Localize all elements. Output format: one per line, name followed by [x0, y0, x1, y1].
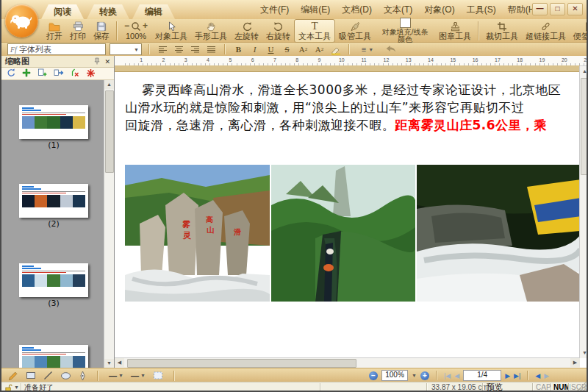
strikethrough-button[interactable]: S: [281, 44, 293, 55]
hand-tool-button[interactable]: 手形工具: [191, 20, 231, 41]
thumbnail-page-4[interactable]: (4): [19, 345, 88, 368]
crop-tool-button[interactable]: 裁切工具: [482, 20, 522, 41]
rotate-page-button[interactable]: [7, 67, 15, 80]
undo-button[interactable]: [382, 44, 400, 55]
copy-page-button[interactable]: [37, 67, 47, 80]
text-tool-button[interactable]: T 文本工具: [294, 19, 335, 43]
tab-convert[interactable]: 转换: [87, 4, 129, 19]
panel-close-icon[interactable]: ✕: [104, 58, 110, 65]
thumbnail-scrollbar[interactable]: ▲ ▼: [104, 80, 114, 368]
scroll-up-icon[interactable]: ▲: [104, 80, 114, 89]
zoom-out-glyph[interactable]: −: [124, 22, 129, 30]
underline-button[interactable]: U: [265, 44, 277, 55]
superscript-button[interactable]: A2: [297, 44, 309, 55]
border-style-dropdown[interactable]: —▼: [131, 371, 146, 380]
vertical-scrollbar[interactable]: ▲ ▼: [579, 66, 588, 358]
first-page-button[interactable]: |◀: [444, 372, 451, 379]
subscript-button[interactable]: A2: [313, 44, 326, 55]
font-size-dropdown[interactable]: ▼: [110, 43, 142, 55]
history-forward-button[interactable]: ▶: [544, 372, 549, 379]
next-page-button[interactable]: ▶: [505, 372, 510, 379]
zoom-in-button[interactable]: +: [420, 371, 429, 380]
tab-read[interactable]: 阅读: [41, 4, 84, 19]
menu-document[interactable]: 文档(D): [342, 4, 372, 16]
previous-page-button[interactable]: ◀: [454, 372, 459, 379]
menu-tools[interactable]: 工具(S): [467, 4, 496, 16]
align-center-button[interactable]: [173, 44, 185, 55]
align-right-button[interactable]: [189, 44, 201, 55]
object-tool-button[interactable]: 对象工具: [151, 20, 191, 41]
zoom-control[interactable]: − + 100%: [121, 20, 151, 41]
scroll-down-icon[interactable]: ▼: [580, 349, 588, 357]
thumbnail-page-2[interactable]: (2): [19, 184, 88, 229]
font-list-dropdown[interactable]: Ff 字体列表: [7, 43, 106, 55]
save-button[interactable]: 保存: [90, 20, 113, 41]
menu-object[interactable]: 对象(O): [424, 4, 454, 16]
print-button[interactable]: 打印: [66, 20, 90, 41]
line-tool-button[interactable]: [43, 371, 53, 380]
rotate-right-button[interactable]: 右旋转: [262, 20, 294, 41]
app-logo-elephant-icon[interactable]: [5, 4, 38, 38]
line-style-dropdown[interactable]: ≡ ▼: [356, 44, 379, 55]
resize-grip[interactable]: [576, 382, 587, 392]
scroll-up-icon[interactable]: ▲: [580, 67, 588, 76]
align-justify-button[interactable]: [205, 44, 218, 55]
scroll-left-icon[interactable]: ◀: [115, 358, 124, 367]
zoom-in-glyph[interactable]: +: [143, 22, 148, 30]
link-icon: [540, 21, 551, 32]
stamp-icon: [450, 21, 461, 32]
scrollbar-thumb[interactable]: [581, 78, 588, 175]
page-text[interactable]: 雾灵西峰高山滑水，滑道全长3000多米，是经过专家论证设计，北京地区 山滑水玩的…: [125, 81, 580, 134]
chevron-down-icon[interactable]: ▼: [412, 373, 417, 378]
photo-rock-waterfall[interactable]: 雾 灵 高 山 滑: [125, 165, 270, 302]
move-page-button[interactable]: [71, 67, 80, 80]
page-indicator-box[interactable]: 1/4: [463, 370, 501, 381]
align-center-icon: [174, 46, 184, 54]
hyperlink-tool-button[interactable]: 超链接工具: [522, 20, 570, 41]
chevron-down-icon[interactable]: ▼: [14, 382, 19, 392]
last-page-button[interactable]: ▶|: [514, 372, 520, 379]
scroll-right-icon[interactable]: ▶: [570, 358, 580, 367]
zoom-out-button[interactable]: −: [369, 371, 378, 380]
menu-text[interactable]: 文本(T): [384, 4, 412, 16]
maximize-button[interactable]: □: [550, 3, 565, 15]
history-back-button[interactable]: ◀: [535, 372, 540, 379]
fill-line-color-button[interactable]: 对象填充/线条颜色: [375, 20, 435, 41]
delete-page-button[interactable]: [87, 67, 95, 80]
save-icon: [96, 21, 107, 32]
pin-icon[interactable]: [94, 57, 100, 66]
horizontal-scrollbar[interactable]: ◀ ▶: [115, 357, 580, 368]
rotate-left-button[interactable]: 左旋转: [231, 20, 262, 41]
align-left-button[interactable]: [157, 44, 169, 55]
ellipse-tool-button[interactable]: [60, 371, 71, 380]
security-lock-icon[interactable]: [4, 384, 12, 392]
stamp-tool-button[interactable]: 图章工具: [435, 20, 475, 41]
menu-edit[interactable]: 编辑(E): [301, 4, 330, 16]
selection-marquee-button[interactable]: [153, 371, 163, 380]
sticky-note-tool-button[interactable]: 便签工具: [570, 20, 588, 41]
minimize-button[interactable]: —: [532, 3, 548, 15]
line-icon: [43, 371, 53, 380]
menu-file[interactable]: 文件(F): [260, 4, 289, 16]
highlight-button[interactable]: [329, 44, 342, 55]
eyedropper-tool-button[interactable]: 吸管工具: [335, 20, 375, 41]
insert-page-button[interactable]: [22, 67, 31, 80]
tab-edit[interactable]: 编辑: [132, 4, 175, 19]
rectangle-tool-button[interactable]: [26, 371, 36, 380]
photo-mountain-valley[interactable]: [271, 165, 415, 302]
scrollbar-thumb[interactable]: [127, 359, 356, 368]
zoom-value-box[interactable]: 100%: [381, 370, 408, 381]
close-button[interactable]: ✕: [567, 3, 583, 15]
thumbnail-page-3[interactable]: (3): [19, 263, 88, 308]
scroll-down-icon[interactable]: ▼: [104, 359, 114, 368]
italic-button[interactable]: I: [248, 44, 261, 55]
open-button[interactable]: 打开: [43, 20, 66, 41]
pencil-tool-button[interactable]: [8, 371, 18, 381]
extract-page-button[interactable]: [54, 67, 64, 80]
photo-rapids-raft[interactable]: [417, 165, 580, 302]
menu-bar: 文件(F) 编辑(E) 文档(D) 文本(T) 对象(O) 工具(S) 帮助(H…: [260, 4, 537, 16]
pen-tool-button[interactable]: [79, 371, 87, 381]
line-width-dropdown[interactable]: —▼: [109, 371, 123, 380]
bold-button[interactable]: B: [232, 44, 245, 55]
thumbnail-page-1[interactable]: (1): [19, 105, 88, 150]
